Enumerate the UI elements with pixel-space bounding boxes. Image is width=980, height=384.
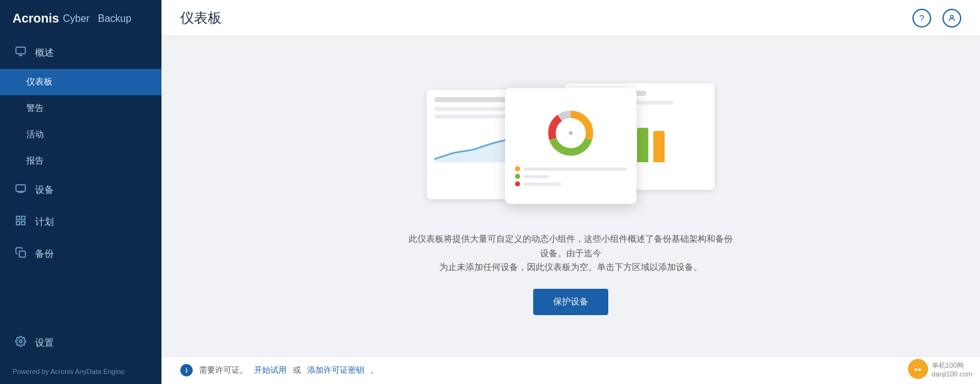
page-title: 仪表板 — [180, 9, 222, 28]
bar-6 — [653, 131, 665, 162]
legend-line-2 — [524, 175, 549, 178]
svg-point-17 — [569, 132, 573, 135]
sidebar-backup-label: 备份 — [35, 248, 54, 260]
sidebar-plans-label: 计划 — [35, 216, 54, 228]
desktop-icon — [15, 183, 26, 197]
svg-rect-8 — [19, 251, 26, 257]
green-dot — [515, 174, 520, 179]
donut-legend — [515, 167, 626, 187]
info-end: 。 — [370, 365, 379, 376]
orange-dot — [515, 167, 520, 172]
topbar-icons: ? — [912, 9, 961, 28]
sidebar-item-overview[interactable]: 概述 — [0, 37, 161, 69]
center-card — [505, 88, 636, 204]
legend-row-2 — [515, 174, 626, 179]
sidebar-settings-label: 设置 — [35, 337, 54, 349]
sidebar-item-devices[interactable]: 设备 — [0, 174, 161, 206]
bar-5 — [637, 128, 648, 162]
sidebar-item-settings[interactable]: 设置 — [0, 327, 161, 359]
trial-link[interactable]: 开始试用 — [254, 365, 287, 376]
logo-area: Acronis Cyber Backup — [0, 0, 161, 37]
help-button[interactable]: ? — [912, 9, 931, 28]
add-key-link[interactable]: 添加许可证密钥 — [307, 365, 364, 376]
watermark-logo: ●● — [908, 359, 928, 379]
content-area: 此仪表板将提供大量可自定义的动态小组件，这些小组件概述了备份基础架构和备份设备。… — [161, 36, 980, 356]
sidebar-overview-label: 概述 — [35, 47, 54, 59]
copy-icon — [15, 247, 26, 261]
monitor-icon — [15, 46, 26, 60]
card-subline-2 — [434, 115, 511, 118]
legend-line-1 — [524, 167, 626, 170]
info-or: 或 — [293, 365, 301, 376]
svg-rect-5 — [22, 216, 25, 219]
svg-rect-3 — [16, 185, 26, 192]
info-message: 需要许可证。 — [199, 365, 248, 376]
grid-icon — [15, 215, 26, 229]
svg-rect-0 — [16, 47, 26, 54]
sidebar-item-activities[interactable]: 活动 — [0, 122, 161, 148]
protect-device-button[interactable]: 保护设备 — [533, 289, 608, 315]
sidebar-item-backup[interactable]: 备份 — [0, 238, 161, 270]
main-area: 仪表板 ? — [161, 0, 980, 384]
info-bar: i 需要许可证。 开始试用 或 添加许可证密钥 。 — [161, 356, 980, 384]
watermark-text: 单机100网danji100.com — [932, 361, 972, 378]
legend-line-3 — [524, 182, 561, 185]
red-dot-2 — [515, 182, 520, 187]
sidebar-item-plans[interactable]: 计划 — [0, 206, 161, 238]
legend-row-1 — [515, 167, 626, 172]
sidebar-item-alerts[interactable]: 警告 — [0, 95, 161, 122]
brand-cyber: Cyber Backup — [63, 13, 131, 24]
legend-row-3 — [515, 182, 626, 187]
svg-point-9 — [19, 340, 23, 343]
info-icon: i — [180, 364, 193, 376]
watermark: ●● 单机100网danji100.com — [908, 359, 972, 379]
sidebar-devices-label: 设备 — [35, 184, 54, 196]
sidebar-item-dashboard[interactable]: 仪表板 — [0, 69, 161, 95]
sidebar-footer: Powered by Acronis AnyData Engine — [0, 359, 161, 384]
dashboard-illustration — [414, 77, 727, 215]
svg-point-10 — [951, 15, 954, 18]
sidebar: Acronis Cyber Backup 概述 仪表板 警告 活动 报告 — [0, 0, 161, 384]
svg-rect-4 — [16, 216, 19, 219]
svg-rect-6 — [16, 222, 19, 225]
svg-rect-7 — [22, 222, 25, 225]
topbar: 仪表板 ? — [161, 0, 980, 36]
description-text: 此仪表板将提供大量可自定义的动态小组件，这些小组件概述了备份基础架构和备份设备。… — [408, 232, 733, 276]
brand-acronis: Acronis — [13, 11, 59, 26]
donut-chart — [543, 105, 599, 162]
gear-icon — [15, 336, 26, 350]
user-button[interactable] — [942, 9, 961, 28]
sidebar-item-reports[interactable]: 报告 — [0, 148, 161, 174]
